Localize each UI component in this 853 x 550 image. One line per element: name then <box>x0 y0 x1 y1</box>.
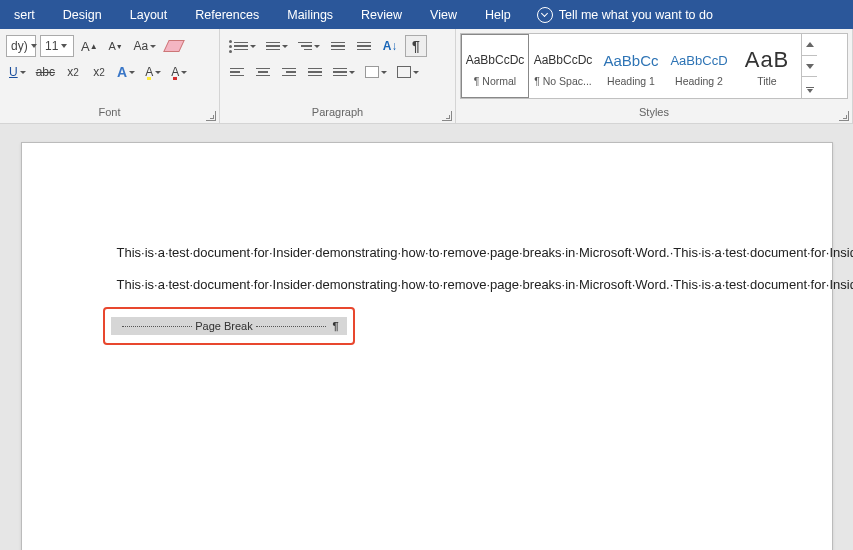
style-preview: AaBbCcDc <box>534 45 593 75</box>
bullets-button[interactable] <box>226 35 259 57</box>
chevron-up-icon <box>806 42 814 47</box>
tab-view[interactable]: View <box>416 0 471 29</box>
page[interactable]: This·is·a·test·document·for·Insider·demo… <box>21 142 833 550</box>
style-name: Heading 1 <box>607 75 655 87</box>
ribbon: dy) 11 A▲ A▼ Aa U abc x2 x2 A A A Font <box>0 29 853 124</box>
gallery-scroll-up[interactable] <box>802 34 817 56</box>
highlight-button[interactable]: A <box>142 61 164 83</box>
change-case-button[interactable]: Aa <box>131 35 160 57</box>
tell-me-label: Tell me what you want to do <box>559 8 713 22</box>
style-name: ¶ Normal <box>474 75 516 87</box>
style-preview: AaBbCcD <box>670 45 727 75</box>
tab-design[interactable]: Design <box>49 0 116 29</box>
chevron-down-icon <box>31 44 37 48</box>
chevron-down-icon <box>413 71 419 74</box>
annotation-highlight: Page Break ¶ <box>103 307 355 345</box>
font-size-value: 11 <box>45 39 58 53</box>
superscript-button[interactable]: x2 <box>88 61 110 83</box>
style-name: Title <box>757 75 776 87</box>
style-preview: AaBbCcDc <box>466 45 525 75</box>
shrink-font-button[interactable]: A▼ <box>105 35 127 57</box>
styles-group: AaBbCcDc ¶ Normal AaBbCcDc ¶ No Spac... … <box>456 29 853 123</box>
paragraph-text[interactable]: This·is·a·test·document·for·Insider·demo… <box>117 275 737 294</box>
style-heading-1[interactable]: AaBbCc Heading 1 <box>597 34 665 98</box>
paragraph-dialog-launcher[interactable] <box>442 111 452 121</box>
font-color-button[interactable]: A <box>168 61 190 83</box>
gallery-scroll <box>801 34 817 98</box>
paragraph-group-label: Paragraph <box>220 105 455 123</box>
font-group-label: Font <box>0 105 219 123</box>
page-break-marker[interactable]: Page Break ¶ <box>111 317 347 335</box>
subscript-button[interactable]: x2 <box>62 61 84 83</box>
style-title[interactable]: AaB Title <box>733 34 801 98</box>
page-break-label: Page Break <box>195 318 252 334</box>
chevron-down-icon <box>20 71 26 74</box>
borders-button[interactable] <box>394 61 422 83</box>
style-name: ¶ No Spac... <box>534 75 592 87</box>
chevron-down-icon <box>155 71 161 74</box>
chevron-down-icon <box>381 71 387 74</box>
show-hide-button[interactable]: ¶ <box>405 35 427 57</box>
style-preview: AaBbCc <box>603 45 658 75</box>
multilevel-list-button[interactable] <box>295 35 323 57</box>
more-icon <box>806 87 814 88</box>
font-name-combo[interactable]: dy) <box>6 35 36 57</box>
numbering-button[interactable] <box>263 35 291 57</box>
gallery-scroll-down[interactable] <box>802 56 817 78</box>
style-gallery: AaBbCcDc ¶ Normal AaBbCcDc ¶ No Spac... … <box>460 33 848 99</box>
decrease-indent-button[interactable] <box>327 35 349 57</box>
chevron-down-icon <box>181 71 187 74</box>
tab-mailings[interactable]: Mailings <box>273 0 347 29</box>
chevron-down-icon <box>314 45 320 48</box>
increase-indent-button[interactable] <box>353 35 375 57</box>
tell-me-search[interactable]: Tell me what you want to do <box>537 7 713 23</box>
lightbulb-icon <box>537 7 553 23</box>
font-dialog-launcher[interactable] <box>206 111 216 121</box>
style-name: Heading 2 <box>675 75 723 87</box>
line-spacing-button[interactable] <box>330 61 358 83</box>
chevron-down-icon <box>806 64 814 69</box>
tab-references[interactable]: References <box>181 0 273 29</box>
chevron-down-icon <box>250 45 256 48</box>
font-name-value: dy) <box>11 39 28 53</box>
style-heading-2[interactable]: AaBbCcD Heading 2 <box>665 34 733 98</box>
underline-button[interactable]: U <box>6 61 29 83</box>
grow-font-button[interactable]: A▲ <box>78 35 101 57</box>
justify-button[interactable] <box>304 61 326 83</box>
tab-help[interactable]: Help <box>471 0 525 29</box>
eraser-icon <box>163 40 185 52</box>
font-group: dy) 11 A▲ A▼ Aa U abc x2 x2 A A A Font <box>0 29 220 123</box>
style-normal[interactable]: AaBbCcDc ¶ Normal <box>461 34 529 98</box>
tab-layout[interactable]: Layout <box>116 0 182 29</box>
pilcrow-icon: ¶ <box>332 318 338 334</box>
strikethrough-button[interactable]: abc <box>33 61 58 83</box>
menubar: sert Design Layout References Mailings R… <box>0 0 853 29</box>
tab-review[interactable]: Review <box>347 0 416 29</box>
sort-button[interactable]: A↓ <box>379 35 401 57</box>
dotted-line-icon <box>122 326 193 327</box>
align-left-button[interactable] <box>226 61 248 83</box>
document-area: This·is·a·test·document·for·Insider·demo… <box>0 124 853 550</box>
text-effects-button[interactable]: A <box>114 61 138 83</box>
tab-insert[interactable]: sert <box>0 0 49 29</box>
dotted-line-icon <box>256 326 327 327</box>
pilcrow-icon: ¶ <box>412 38 420 54</box>
shading-button[interactable] <box>362 61 390 83</box>
paragraph-text[interactable]: This·is·a·test·document·for·Insider·demo… <box>117 243 737 262</box>
align-center-button[interactable] <box>252 61 274 83</box>
align-right-button[interactable] <box>278 61 300 83</box>
style-no-spacing[interactable]: AaBbCcDc ¶ No Spac... <box>529 34 597 98</box>
chevron-down-icon <box>282 45 288 48</box>
paragraph-group: A↓ ¶ Paragraph <box>220 29 456 123</box>
chevron-down-icon <box>129 71 135 74</box>
styles-dialog-launcher[interactable] <box>839 111 849 121</box>
styles-group-label: Styles <box>456 105 852 123</box>
style-preview: AaB <box>745 45 790 75</box>
gallery-more[interactable] <box>802 77 817 98</box>
chevron-down-icon <box>61 44 67 48</box>
chevron-down-icon <box>150 45 156 48</box>
font-size-combo[interactable]: 11 <box>40 35 74 57</box>
clear-formatting-button[interactable] <box>163 35 185 57</box>
chevron-down-icon <box>349 71 355 74</box>
